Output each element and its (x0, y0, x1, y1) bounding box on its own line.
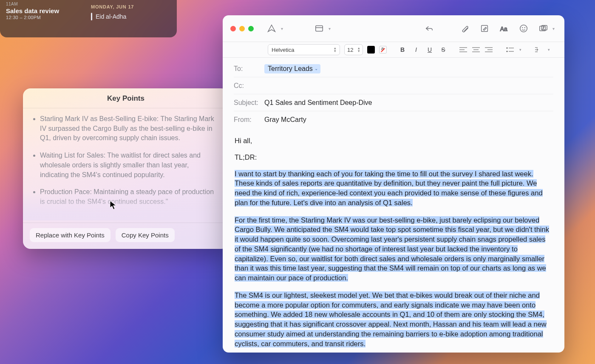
calendar-event-time: 12:30 – 2:00PM (6, 15, 87, 20)
replace-with-key-points-button[interactable]: Replace with Key Points (30, 228, 110, 242)
to-row[interactable]: To: Territory Leads ⌄ (234, 60, 553, 77)
bold-button[interactable]: B (398, 46, 407, 53)
photo-browser-icon[interactable] (537, 23, 549, 34)
format-bar: Helvetica ▴▾ 12 ▴▾ B I U S ▾ ▾ (223, 42, 564, 58)
calendar-event-title[interactable]: Sales data review (6, 7, 87, 14)
chevron-down-icon[interactable]: ▾ (519, 48, 521, 52)
recipient-name: Territory Leads (268, 65, 313, 73)
cc-label: Cc: (234, 82, 264, 90)
svg-point-6 (524, 28, 525, 28)
from-label: From: (234, 116, 264, 124)
stepper-icon: ▴▾ (358, 47, 360, 53)
mail-toolbar: ▾ ▾ Aa ▾ (223, 15, 564, 42)
popover-footer: Replace with Key Points Copy Key Points (23, 223, 229, 249)
font-name: Helvetica (272, 47, 294, 53)
key-point-item: Starling Mark IV as Best-Selling E-bike:… (40, 114, 219, 143)
mail-body-editor[interactable]: Hi all, TL;DR: I want to start by thanki… (223, 130, 564, 353)
recipient-token[interactable]: Territory Leads ⌄ (264, 64, 320, 73)
calendar-hour-label: 11AM (6, 2, 87, 6)
attach-icon[interactable] (459, 23, 471, 34)
fade-overlay (23, 191, 229, 220)
reply-icon[interactable] (423, 23, 435, 34)
svg-point-9 (543, 27, 544, 28)
window-controls (230, 26, 254, 31)
align-left-icon[interactable] (459, 47, 468, 53)
minimize-window-button[interactable] (239, 26, 245, 31)
svg-point-19 (507, 48, 508, 49)
emoji-icon[interactable] (518, 23, 530, 34)
from-value: Gray McCarty (264, 116, 306, 124)
mail-compose-window: ▾ ▾ Aa ▾ Helvetica ▴▾ (223, 15, 564, 353)
tldr-label: TL;DR: (235, 152, 552, 162)
holiday-name: Eid al-Adha (96, 13, 126, 20)
selected-paragraph: For the first time, the Starling Mark IV… (235, 215, 552, 283)
copy-key-points-button[interactable]: Copy Key Points (116, 228, 175, 242)
list-icon[interactable] (506, 47, 514, 53)
text-color-swatch[interactable] (367, 46, 375, 54)
mouse-cursor-icon (110, 200, 117, 210)
background-color-swatch[interactable] (379, 46, 387, 54)
subject-label: Subject: (234, 99, 264, 107)
popover-title: Key Points (23, 88, 229, 108)
align-center-icon[interactable] (472, 47, 480, 53)
key-points-popover: Key Points Starling Mark IV as Best-Sell… (23, 88, 229, 249)
font-family-select[interactable]: Helvetica ▴▾ (268, 44, 340, 55)
event-color-bar (91, 13, 92, 20)
from-row[interactable]: From: Gray McCarty (234, 111, 553, 128)
cc-row[interactable]: Cc: (234, 77, 553, 94)
svg-text:Aa: Aa (500, 26, 507, 32)
svg-point-4 (520, 25, 527, 32)
chevron-down-icon[interactable]: ▾ (548, 48, 550, 52)
fullscreen-window-button[interactable] (248, 26, 254, 31)
send-button[interactable] (266, 23, 278, 34)
font-size: 12 (347, 47, 353, 53)
underline-button[interactable]: U (425, 46, 434, 53)
align-right-icon[interactable] (484, 47, 493, 53)
stepper-icon: ▴▾ (334, 47, 336, 53)
header-fields-button[interactable] (313, 23, 325, 34)
svg-point-20 (507, 51, 508, 52)
chevron-down-icon[interactable]: ▾ (329, 26, 333, 31)
popover-body[interactable]: Starling Mark IV as Best-Selling E-bike:… (23, 108, 229, 220)
chevron-down-icon[interactable]: ▾ (281, 26, 285, 31)
calendar-day-header: MONDAY, JUN 17 (91, 4, 134, 9)
svg-rect-0 (316, 26, 323, 31)
subject-value[interactable]: Q1 Sales and Sentiment Deep-Dive (264, 99, 372, 107)
greeting-line: Hi all, (235, 136, 552, 146)
mail-headers: To: Territory Leads ⌄ Cc: Subject: Q1 Sa… (223, 58, 564, 130)
italic-button[interactable]: I (411, 46, 421, 53)
subject-row[interactable]: Subject: Q1 Sales and Sentiment Deep-Div… (234, 94, 553, 111)
calendar-holiday-event[interactable]: Eid al-Adha (91, 13, 134, 20)
strikethrough-button[interactable]: S (439, 46, 448, 53)
chevron-down-icon[interactable]: ▾ (552, 26, 557, 31)
calendar-widget: 11AM Sales data review 12:30 – 2:00PM MO… (0, 0, 177, 37)
font-size-select[interactable]: 12 ▴▾ (344, 44, 363, 55)
svg-point-5 (522, 28, 523, 28)
selected-paragraph: The SM4 is our lightest, sleekest model … (235, 291, 552, 349)
chevron-down-icon[interactable]: ⌄ (314, 66, 318, 71)
to-label: To: (234, 65, 264, 73)
indent-icon[interactable] (534, 47, 543, 53)
selected-paragraph: I want to start by thanking each of you … (235, 169, 552, 208)
key-point-item: Waiting List for Sales: The waitlist for… (40, 151, 219, 180)
markup-icon[interactable] (479, 23, 490, 34)
format-text-icon[interactable]: Aa (498, 23, 510, 34)
close-window-button[interactable] (230, 26, 236, 31)
